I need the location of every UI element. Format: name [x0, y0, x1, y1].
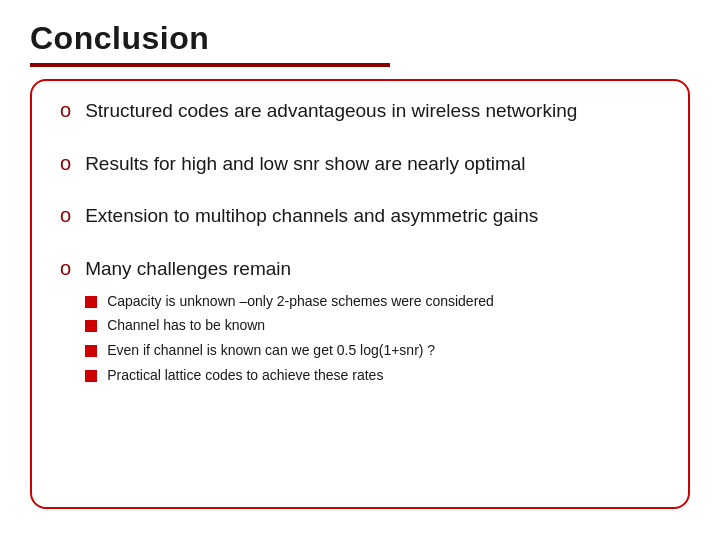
bullet-icon-3: o	[60, 204, 71, 227]
bullet-item-2: o Results for high and low snr show are …	[60, 152, 660, 177]
bullet-item-1: o Structured codes are advantageous in w…	[60, 99, 660, 124]
sub-bullet-icon-2	[85, 320, 97, 332]
slide-title: Conclusion	[30, 20, 690, 57]
sub-bullet-item-1: Capacity is unknown –only 2-phase scheme…	[85, 292, 494, 312]
sub-bullet-text-3: Even if channel is known can we get 0.5 …	[107, 341, 435, 361]
sub-bullet-text-4: Practical lattice codes to achieve these…	[107, 366, 383, 386]
bullet-text-4: Many challenges remain	[85, 258, 291, 279]
bullet-item-4: o Many challenges remain Capacity is unk…	[60, 257, 660, 390]
title-underline	[30, 63, 390, 67]
sub-bullet-icon-3	[85, 345, 97, 357]
bullet-icon-2: o	[60, 152, 71, 175]
sub-bullet-text-1: Capacity is unknown –only 2-phase scheme…	[107, 292, 494, 312]
bullet-icon-4: o	[60, 257, 71, 280]
bullet-item-3: o Extension to multihop channels and asy…	[60, 204, 660, 229]
sub-bullet-item-3: Even if channel is known can we get 0.5 …	[85, 341, 494, 361]
sub-bullet-item-4: Practical lattice codes to achieve these…	[85, 366, 494, 386]
bullet-text-3: Extension to multihop channels and asymm…	[85, 204, 538, 229]
slide: Conclusion o Structured codes are advant…	[0, 0, 720, 540]
sub-bullet-item-2: Channel has to be known	[85, 316, 494, 336]
bullet-text-2: Results for high and low snr show are ne…	[85, 152, 525, 177]
sub-bullet-icon-4	[85, 370, 97, 382]
sub-bullets: Capacity is unknown –only 2-phase scheme…	[85, 292, 494, 385]
sub-bullet-text-2: Channel has to be known	[107, 316, 265, 336]
content-box: o Structured codes are advantageous in w…	[30, 79, 690, 509]
title-area: Conclusion	[30, 20, 690, 67]
bullet-content-4: Many challenges remain Capacity is unkno…	[85, 257, 494, 390]
bullet-icon-1: o	[60, 99, 71, 122]
bullet-text-1: Structured codes are advantageous in wir…	[85, 99, 577, 124]
sub-bullet-icon-1	[85, 296, 97, 308]
